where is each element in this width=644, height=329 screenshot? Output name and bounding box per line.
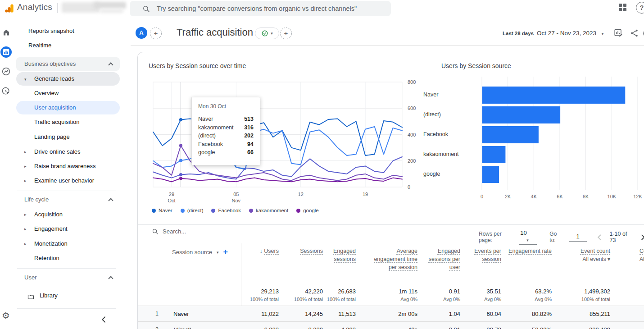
sidebar-item-raise-brand-awareness[interactable]: ▸ Raise brand awareness — [16, 160, 120, 173]
column-header-events-per-session[interactable]: Events per session — [467, 247, 501, 263]
rows-per-page-select[interactable]: 10 ▾ — [519, 229, 537, 245]
global-search-bar[interactable]: Try searching "compare conversions from … — [130, 1, 391, 16]
search-icon — [152, 228, 159, 235]
report-status-dropdown[interactable]: ▾ — [255, 27, 279, 39]
collapsed-arrow-icon: ▸ — [24, 222, 27, 236]
report-avatar-badge[interactable]: A — [136, 27, 147, 39]
legend-item-google[interactable]: google — [296, 208, 319, 213]
page-title: Traffic acquisition — [177, 27, 253, 38]
reports-icon[interactable] — [0, 46, 12, 58]
property-name-redacted[interactable] — [94, 2, 126, 9]
sidebar-item-generate-leads[interactable]: ▾ Generate leads — [16, 72, 120, 86]
section-life-cycle[interactable]: Life cycle — [16, 193, 120, 206]
collapse-sidebar-icon[interactable] — [102, 316, 108, 323]
add-report-tab-button[interactable]: + — [280, 27, 292, 39]
y-tick-label: 800 — [408, 79, 416, 85]
sidebar-item-retention[interactable]: Retention — [16, 251, 120, 265]
bar-kakaomoment[interactable] — [482, 146, 506, 163]
sidebar-item-library[interactable]: Library — [16, 289, 120, 302]
apps-grid-icon[interactable] — [619, 4, 626, 11]
column-header-users[interactable]: ↓ Users — [238, 247, 279, 255]
column-subfilter[interactable]: All events ▾ — [639, 255, 644, 263]
collapse-chevron-icon — [108, 276, 113, 281]
legend-item-facebook[interactable]: Facebook — [211, 208, 241, 213]
line-chart-title: Users by Session source over time — [149, 62, 246, 69]
sidebar-item-reports-snapshot[interactable]: Reports snapshot — [16, 24, 120, 38]
admin-gear-icon[interactable]: ⚙ — [2, 310, 10, 321]
row-cell: 4,093 — [297, 326, 356, 329]
line-series-direct — [153, 127, 402, 169]
bar-category-label: kakaomoment — [423, 151, 474, 157]
column-subfilter[interactable]: All events ▾ — [558, 255, 610, 263]
legend-item-kakaomoment[interactable]: kakaomoment — [249, 208, 288, 213]
customize-report-icon[interactable] — [613, 28, 623, 40]
tooltip-row: (direct)202 — [198, 132, 254, 140]
legend-item-direct[interactable]: (direct) — [181, 208, 204, 213]
row-cell: 855,211 — [552, 311, 610, 317]
line-series-facebook — [153, 157, 402, 179]
line-chart-legend: Naver(direct)Facebookkakaomomentgoogle — [152, 208, 319, 213]
legend-dot-icon — [181, 209, 185, 213]
column-header-engaged-sessions-per-user[interactable]: Engaged sessions per user — [417, 247, 460, 271]
column-header-engagement-rate[interactable]: Engagement rate — [504, 247, 552, 255]
bar-facebook[interactable] — [482, 126, 539, 143]
report-nav: Reports snapshot Realtime Business objec… — [13, 16, 131, 329]
sidebar-item-engagement[interactable]: ▸ Engagement — [16, 222, 120, 236]
sidebar-item-overview[interactable]: Overview — [16, 87, 120, 100]
users-by-source-bar-chart[interactable] — [482, 77, 638, 190]
explore-icon[interactable] — [1, 67, 11, 78]
sidebar-item-acquisition[interactable]: ▸ Acquisition — [16, 208, 120, 221]
next-page-icon[interactable] — [639, 234, 644, 240]
users-over-time-line-chart[interactable] — [153, 82, 402, 187]
date-range-picker[interactable]: Oct 27 - Nov 23, 2023 ▾ — [537, 30, 603, 37]
column-header-sessions[interactable]: Sessions — [282, 247, 323, 255]
column-header-event-count[interactable]: Event countAll events ▾ — [558, 247, 610, 263]
dropdown-caret-icon: ▾ — [602, 32, 604, 36]
legend-item-naver[interactable]: Naver — [152, 208, 172, 213]
table-search-input[interactable]: Search... — [152, 228, 186, 235]
insights-icon[interactable] — [642, 28, 644, 40]
bar-x-tick-label: 12K — [630, 194, 644, 199]
sidebar-item-user-acquisition[interactable]: User acquisition — [16, 101, 120, 114]
bar-naver[interactable] — [482, 87, 626, 104]
bar-category-label: Naver — [423, 91, 474, 98]
goto-page-input[interactable]: 1 — [569, 233, 587, 242]
bar-direct[interactable] — [482, 106, 561, 123]
nav-divider — [17, 308, 116, 309]
tooltip-row: Naver513 — [198, 115, 254, 123]
bar-google[interactable] — [482, 166, 499, 183]
dimension-header-session-source[interactable]: Session source ▾ + — [172, 247, 228, 257]
sidebar-item-monetization[interactable]: ▸ Monetization — [16, 237, 120, 251]
home-icon[interactable] — [2, 28, 10, 38]
column-header-conversions[interactable]: ConversionsAll events ▾ — [639, 247, 644, 263]
sidebar-item-realtime[interactable]: Realtime — [16, 39, 120, 52]
help-icon[interactable]: ? — [636, 2, 644, 14]
x-tick-label: 12 — [294, 192, 308, 197]
legend-dot-icon — [249, 209, 253, 213]
row-number: 2 — [155, 326, 164, 329]
date-range-label: Last 28 days — [503, 31, 534, 36]
section-business-objectives[interactable]: Business objectives — [16, 57, 120, 71]
sidebar-item-drive-online-sales[interactable]: ▸ Drive online sales — [16, 145, 120, 159]
add-dimension-icon[interactable]: + — [223, 247, 228, 257]
share-icon[interactable] — [630, 28, 639, 40]
bar-x-tick-label: 0 — [474, 194, 490, 199]
collapsed-arrow-icon: ▸ — [24, 160, 27, 173]
previous-page-icon[interactable] — [598, 234, 603, 240]
tooltip-date: Mon 30 Oct — [198, 103, 254, 110]
section-user[interactable]: User — [16, 271, 120, 284]
header-divider — [165, 28, 165, 38]
sidebar-item-examine-user-behavior[interactable]: ▸ Examine user behavior — [16, 174, 120, 187]
sidebar-item-traffic-acquisition[interactable]: Traffic acquisition — [16, 115, 120, 129]
column-header-engaged-sessions[interactable]: Engaged sessions — [317, 247, 356, 263]
collapse-chevron-icon — [108, 198, 113, 203]
column-header-average-engagement-time-per-session[interactable]: Average engagement time per session — [368, 247, 417, 271]
add-comparison-button[interactable]: + — [150, 27, 162, 39]
google-analytics-logo-icon[interactable] — [4, 3, 14, 15]
tooltip-row: kakaomoment316 — [198, 123, 254, 132]
collapsed-arrow-icon: ▸ — [24, 174, 27, 187]
sidebar-item-landing-page[interactable]: Landing page — [16, 130, 120, 144]
search-placeholder: Try searching "compare conversions from … — [157, 5, 357, 12]
advertising-icon[interactable] — [1, 87, 11, 98]
hover-dot — [179, 173, 182, 176]
